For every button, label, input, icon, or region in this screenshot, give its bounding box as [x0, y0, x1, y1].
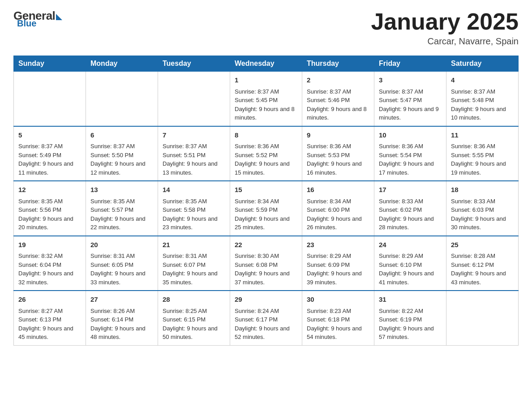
col-sunday: Sunday: [14, 56, 86, 72]
calendar-cell: 15Sunrise: 8:34 AMSunset: 5:59 PMDayligh…: [230, 181, 302, 236]
daylight-text: Daylight: 9 hours and 17 minutes.: [379, 159, 442, 177]
sunset-text: Sunset: 6:07 PM: [163, 261, 225, 270]
day-number: 3: [379, 75, 442, 86]
calendar-cell: 4Sunrise: 8:37 AMSunset: 5:48 PMDaylight…: [446, 72, 519, 126]
calendar-cell: 27Sunrise: 8:26 AMSunset: 6:14 PMDayligh…: [86, 291, 158, 345]
sunrise-text: Sunrise: 8:33 AM: [379, 197, 442, 206]
calendar-cell: 5Sunrise: 8:37 AMSunset: 5:49 PMDaylight…: [14, 126, 86, 181]
logo-blue-text: Blue: [17, 18, 36, 29]
sunrise-text: Sunrise: 8:35 AM: [163, 197, 225, 206]
col-monday: Monday: [86, 56, 158, 72]
daylight-text: Daylight: 9 hours and 48 minutes.: [90, 324, 153, 342]
calendar-cell: 25Sunrise: 8:28 AMSunset: 6:12 PMDayligh…: [446, 236, 519, 291]
calendar-cell: [446, 291, 519, 345]
calendar-cell: 26Sunrise: 8:27 AMSunset: 6:13 PMDayligh…: [14, 291, 86, 345]
daylight-text: Daylight: 9 hours and 19 minutes.: [451, 159, 514, 177]
daylight-text: Daylight: 9 hours and 37 minutes.: [235, 269, 297, 287]
day-number: 20: [90, 240, 153, 250]
day-number: 28: [163, 295, 225, 305]
sunset-text: Sunset: 5:54 PM: [379, 151, 442, 160]
sunrise-text: Sunrise: 8:36 AM: [235, 142, 297, 151]
logo: General Blue: [13, 9, 62, 29]
calendar-cell: 11Sunrise: 8:36 AMSunset: 5:55 PMDayligh…: [446, 126, 519, 181]
calendar-cell: 10Sunrise: 8:36 AMSunset: 5:54 PMDayligh…: [374, 126, 446, 181]
daylight-text: Daylight: 9 hours and 12 minutes.: [90, 159, 153, 177]
calendar-cell: 23Sunrise: 8:29 AMSunset: 6:09 PMDayligh…: [302, 236, 374, 291]
sunset-text: Sunset: 5:51 PM: [163, 151, 225, 160]
day-number: 8: [235, 130, 297, 141]
calendar-week-row: 19Sunrise: 8:32 AMSunset: 6:04 PMDayligh…: [14, 236, 519, 291]
calendar-cell: 1Sunrise: 8:37 AMSunset: 5:45 PMDaylight…: [230, 72, 302, 126]
day-number: 9: [307, 130, 369, 141]
day-number: 1: [235, 75, 297, 86]
calendar-cell: 7Sunrise: 8:37 AMSunset: 5:51 PMDaylight…: [158, 126, 230, 181]
calendar-cell: 31Sunrise: 8:22 AMSunset: 6:19 PMDayligh…: [374, 291, 446, 345]
day-number: 22: [235, 240, 297, 250]
sunset-text: Sunset: 5:49 PM: [18, 151, 81, 160]
calendar-cell: 29Sunrise: 8:24 AMSunset: 6:17 PMDayligh…: [230, 291, 302, 345]
day-number: 27: [90, 295, 153, 305]
day-number: 26: [18, 295, 81, 305]
calendar-cell: [158, 72, 230, 126]
daylight-text: Daylight: 9 hours and 43 minutes.: [451, 269, 514, 287]
daylight-text: Daylight: 9 hours and 22 minutes.: [90, 214, 153, 232]
calendar-cell: 16Sunrise: 8:34 AMSunset: 6:00 PMDayligh…: [302, 181, 374, 236]
sunset-text: Sunset: 5:45 PM: [235, 96, 297, 105]
daylight-text: Daylight: 9 hours and 13 minutes.: [163, 159, 225, 177]
calendar-cell: 12Sunrise: 8:35 AMSunset: 5:56 PMDayligh…: [14, 181, 86, 236]
daylight-text: Daylight: 9 hours and 8 minutes.: [307, 105, 369, 122]
sunset-text: Sunset: 5:50 PM: [90, 151, 153, 160]
daylight-text: Daylight: 9 hours and 10 minutes.: [451, 105, 514, 122]
sunrise-text: Sunrise: 8:33 AM: [451, 197, 514, 206]
sunrise-text: Sunrise: 8:37 AM: [90, 142, 153, 151]
calendar-cell: 18Sunrise: 8:33 AMSunset: 6:03 PMDayligh…: [446, 181, 519, 236]
sunset-text: Sunset: 5:53 PM: [307, 151, 369, 160]
col-tuesday: Tuesday: [158, 56, 230, 72]
daylight-text: Daylight: 9 hours and 39 minutes.: [307, 269, 369, 287]
calendar-week-row: 26Sunrise: 8:27 AMSunset: 6:13 PMDayligh…: [14, 291, 519, 345]
month-title: January 2025: [371, 9, 519, 34]
sunset-text: Sunset: 6:15 PM: [163, 315, 225, 324]
sunset-text: Sunset: 6:14 PM: [90, 315, 153, 324]
calendar-cell: 13Sunrise: 8:35 AMSunset: 5:57 PMDayligh…: [86, 181, 158, 236]
sunset-text: Sunset: 6:03 PM: [451, 206, 514, 214]
calendar-cell: 19Sunrise: 8:32 AMSunset: 6:04 PMDayligh…: [14, 236, 86, 291]
day-number: 10: [379, 130, 442, 141]
calendar-cell: 21Sunrise: 8:31 AMSunset: 6:07 PMDayligh…: [158, 236, 230, 291]
day-number: 4: [451, 75, 514, 86]
daylight-text: Daylight: 9 hours and 50 minutes.: [163, 324, 225, 342]
sunset-text: Sunset: 5:48 PM: [451, 96, 514, 105]
sunrise-text: Sunrise: 8:29 AM: [307, 252, 369, 261]
calendar-cell: 22Sunrise: 8:30 AMSunset: 6:08 PMDayligh…: [230, 236, 302, 291]
calendar-cell: 20Sunrise: 8:31 AMSunset: 6:05 PMDayligh…: [86, 236, 158, 291]
daylight-text: Daylight: 9 hours and 8 minutes.: [235, 105, 297, 122]
daylight-text: Daylight: 9 hours and 33 minutes.: [90, 269, 153, 287]
sunrise-text: Sunrise: 8:36 AM: [379, 142, 442, 151]
sunrise-text: Sunrise: 8:28 AM: [451, 252, 514, 261]
daylight-text: Daylight: 9 hours and 54 minutes.: [307, 324, 369, 342]
daylight-text: Daylight: 9 hours and 30 minutes.: [451, 214, 514, 232]
location-text: Carcar, Navarre, Spain: [371, 36, 519, 47]
col-saturday: Saturday: [446, 56, 519, 72]
sunset-text: Sunset: 6:17 PM: [235, 315, 297, 324]
day-number: 11: [451, 130, 514, 141]
calendar-week-row: 12Sunrise: 8:35 AMSunset: 5:56 PMDayligh…: [14, 181, 519, 236]
daylight-text: Daylight: 9 hours and 23 minutes.: [163, 214, 225, 232]
daylight-text: Daylight: 9 hours and 57 minutes.: [379, 324, 442, 342]
sunrise-text: Sunrise: 8:34 AM: [235, 197, 297, 206]
sunset-text: Sunset: 5:55 PM: [451, 151, 514, 160]
sunrise-text: Sunrise: 8:29 AM: [379, 252, 442, 261]
daylight-text: Daylight: 9 hours and 35 minutes.: [163, 269, 225, 287]
calendar-cell: [86, 72, 158, 126]
day-number: 15: [235, 185, 297, 195]
title-area: January 2025 Carcar, Navarre, Spain: [371, 9, 519, 47]
day-number: 17: [379, 185, 442, 195]
sunrise-text: Sunrise: 8:32 AM: [18, 252, 81, 261]
sunrise-text: Sunrise: 8:37 AM: [163, 142, 225, 151]
sunset-text: Sunset: 6:18 PM: [307, 315, 369, 324]
col-friday: Friday: [374, 56, 446, 72]
day-number: 12: [18, 185, 81, 195]
daylight-text: Daylight: 9 hours and 41 minutes.: [379, 269, 442, 287]
sunrise-text: Sunrise: 8:31 AM: [163, 252, 225, 261]
calendar-week-row: 1Sunrise: 8:37 AMSunset: 5:45 PMDaylight…: [14, 72, 519, 126]
